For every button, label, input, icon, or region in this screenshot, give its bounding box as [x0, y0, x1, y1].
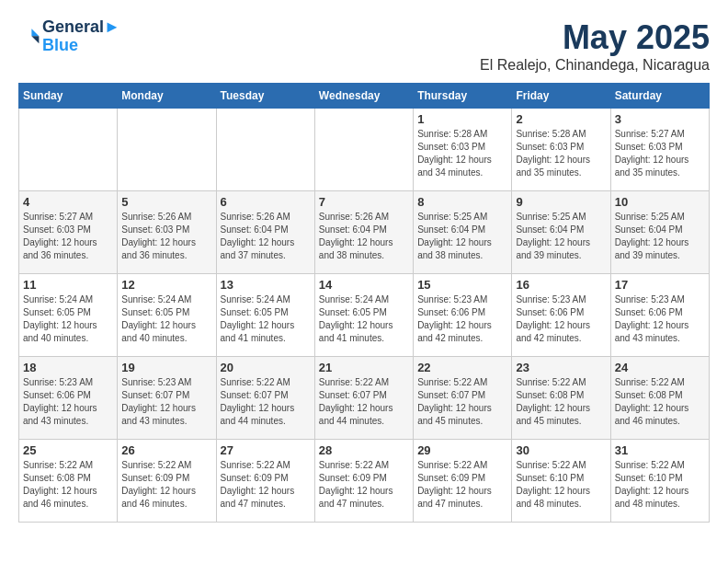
day-info: Sunrise: 5:22 AM Sunset: 6:07 PM Dayligh…	[221, 376, 311, 428]
day-info: Sunrise: 5:22 AM Sunset: 6:08 PM Dayligh…	[516, 376, 606, 428]
day-cell: 1Sunrise: 5:28 AM Sunset: 6:03 PM Daylig…	[414, 109, 512, 191]
day-info: Sunrise: 5:22 AM Sunset: 6:10 PM Dayligh…	[516, 459, 606, 511]
day-info: Sunrise: 5:28 AM Sunset: 6:03 PM Dayligh…	[417, 128, 507, 179]
day-cell: 22Sunrise: 5:22 AM Sunset: 6:07 PM Dayli…	[414, 357, 512, 440]
day-info: Sunrise: 5:22 AM Sunset: 6:09 PM Dayligh…	[121, 459, 211, 511]
day-number: 6	[221, 195, 311, 209]
day-number: 22	[417, 361, 507, 374]
day-cell: 5Sunrise: 5:26 AM Sunset: 6:03 PM Daylig…	[118, 191, 216, 274]
day-cell: 3Sunrise: 5:27 AM Sunset: 6:03 PM Daylig…	[610, 109, 709, 191]
day-number: 26	[121, 443, 211, 457]
day-info: Sunrise: 5:26 AM Sunset: 6:04 PM Dayligh…	[221, 211, 311, 262]
day-number: 21	[319, 361, 409, 374]
day-info: Sunrise: 5:23 AM Sunset: 6:06 PM Dayligh…	[23, 376, 113, 428]
logo: General► Blue	[18, 18, 120, 55]
week-row-3: 11Sunrise: 5:24 AM Sunset: 6:05 PM Dayli…	[19, 274, 710, 357]
day-cell: 14Sunrise: 5:24 AM Sunset: 6:05 PM Dayli…	[314, 274, 413, 357]
logo-icon	[18, 26, 40, 48]
day-number: 24	[615, 361, 705, 374]
day-number: 13	[221, 278, 311, 292]
day-cell: 30Sunrise: 5:22 AM Sunset: 6:10 PM Dayli…	[512, 440, 610, 523]
header: General► Blue May 2025 El Realejo, China…	[18, 18, 710, 74]
header-cell-wednesday: Wednesday	[314, 84, 413, 109]
header-cell-tuesday: Tuesday	[216, 84, 314, 109]
week-row-1: 1Sunrise: 5:28 AM Sunset: 6:03 PM Daylig…	[19, 109, 710, 191]
day-info: Sunrise: 5:24 AM Sunset: 6:05 PM Dayligh…	[121, 293, 211, 345]
header-cell-monday: Monday	[118, 84, 216, 109]
logo-text: General► Blue	[42, 18, 120, 55]
day-number: 7	[319, 195, 409, 209]
svg-marker-1	[31, 36, 39, 43]
day-info: Sunrise: 5:22 AM Sunset: 6:09 PM Dayligh…	[319, 459, 409, 511]
day-cell: 28Sunrise: 5:22 AM Sunset: 6:09 PM Dayli…	[314, 440, 413, 523]
header-cell-thursday: Thursday	[414, 84, 512, 109]
day-info: Sunrise: 5:28 AM Sunset: 6:03 PM Dayligh…	[516, 128, 606, 179]
day-info: Sunrise: 5:25 AM Sunset: 6:04 PM Dayligh…	[615, 211, 705, 262]
day-info: Sunrise: 5:24 AM Sunset: 6:05 PM Dayligh…	[319, 293, 409, 345]
day-number: 17	[615, 278, 705, 292]
day-cell	[314, 109, 413, 191]
day-cell: 24Sunrise: 5:22 AM Sunset: 6:08 PM Dayli…	[610, 357, 709, 440]
day-number: 23	[516, 361, 606, 374]
day-cell: 11Sunrise: 5:24 AM Sunset: 6:05 PM Dayli…	[19, 274, 118, 357]
day-number: 4	[23, 195, 113, 209]
day-info: Sunrise: 5:23 AM Sunset: 6:06 PM Dayligh…	[417, 293, 507, 345]
header-cell-sunday: Sunday	[19, 84, 118, 109]
day-info: Sunrise: 5:24 AM Sunset: 6:05 PM Dayligh…	[23, 293, 113, 345]
day-cell: 9Sunrise: 5:25 AM Sunset: 6:04 PM Daylig…	[512, 191, 610, 274]
calendar-header: SundayMondayTuesdayWednesdayThursdayFrid…	[19, 84, 710, 109]
day-info: Sunrise: 5:25 AM Sunset: 6:04 PM Dayligh…	[417, 211, 507, 262]
day-cell: 13Sunrise: 5:24 AM Sunset: 6:05 PM Dayli…	[216, 274, 314, 357]
calendar-subtitle: El Realejo, Chinandega, Nicaragua	[480, 57, 710, 74]
day-cell: 10Sunrise: 5:25 AM Sunset: 6:04 PM Dayli…	[610, 191, 709, 274]
day-cell: 16Sunrise: 5:23 AM Sunset: 6:06 PM Dayli…	[512, 274, 610, 357]
day-info: Sunrise: 5:22 AM Sunset: 6:08 PM Dayligh…	[23, 459, 113, 511]
day-number: 30	[516, 443, 606, 457]
day-info: Sunrise: 5:24 AM Sunset: 6:05 PM Dayligh…	[221, 293, 311, 345]
day-number: 11	[23, 278, 113, 292]
day-cell: 17Sunrise: 5:23 AM Sunset: 6:06 PM Dayli…	[610, 274, 709, 357]
day-number: 28	[319, 443, 409, 457]
day-number: 9	[516, 195, 606, 209]
day-cell: 2Sunrise: 5:28 AM Sunset: 6:03 PM Daylig…	[512, 109, 610, 191]
day-info: Sunrise: 5:27 AM Sunset: 6:03 PM Dayligh…	[23, 211, 113, 262]
day-cell: 19Sunrise: 5:23 AM Sunset: 6:07 PM Dayli…	[118, 357, 216, 440]
day-number: 14	[319, 278, 409, 292]
day-info: Sunrise: 5:22 AM Sunset: 6:08 PM Dayligh…	[615, 376, 705, 428]
day-cell	[19, 109, 118, 191]
day-cell: 25Sunrise: 5:22 AM Sunset: 6:08 PM Dayli…	[19, 440, 118, 523]
day-number: 2	[516, 112, 606, 126]
day-number: 31	[615, 443, 705, 457]
day-cell: 7Sunrise: 5:26 AM Sunset: 6:04 PM Daylig…	[314, 191, 413, 274]
day-number: 15	[417, 278, 507, 292]
header-cell-saturday: Saturday	[610, 84, 709, 109]
day-number: 3	[615, 112, 705, 126]
day-info: Sunrise: 5:22 AM Sunset: 6:10 PM Dayligh…	[615, 459, 705, 511]
day-number: 25	[23, 443, 113, 457]
day-cell: 15Sunrise: 5:23 AM Sunset: 6:06 PM Dayli…	[414, 274, 512, 357]
calendar-title: May 2025	[480, 18, 710, 57]
day-cell: 20Sunrise: 5:22 AM Sunset: 6:07 PM Dayli…	[216, 357, 314, 440]
svg-marker-0	[31, 29, 39, 36]
day-cell	[216, 109, 314, 191]
day-cell: 23Sunrise: 5:22 AM Sunset: 6:08 PM Dayli…	[512, 357, 610, 440]
title-section: May 2025 El Realejo, Chinandega, Nicarag…	[480, 18, 710, 74]
day-number: 1	[417, 112, 507, 126]
day-info: Sunrise: 5:22 AM Sunset: 6:09 PM Dayligh…	[221, 459, 311, 511]
day-cell: 4Sunrise: 5:27 AM Sunset: 6:03 PM Daylig…	[19, 191, 118, 274]
header-cell-friday: Friday	[512, 84, 610, 109]
day-number: 18	[23, 361, 113, 374]
day-number: 10	[615, 195, 705, 209]
calendar-body: 1Sunrise: 5:28 AM Sunset: 6:03 PM Daylig…	[19, 109, 710, 523]
day-info: Sunrise: 5:23 AM Sunset: 6:07 PM Dayligh…	[121, 376, 211, 428]
day-info: Sunrise: 5:25 AM Sunset: 6:04 PM Dayligh…	[516, 211, 606, 262]
day-info: Sunrise: 5:22 AM Sunset: 6:07 PM Dayligh…	[417, 376, 507, 428]
day-info: Sunrise: 5:22 AM Sunset: 6:07 PM Dayligh…	[319, 376, 409, 428]
day-cell: 6Sunrise: 5:26 AM Sunset: 6:04 PM Daylig…	[216, 191, 314, 274]
day-info: Sunrise: 5:22 AM Sunset: 6:09 PM Dayligh…	[417, 459, 507, 511]
day-info: Sunrise: 5:27 AM Sunset: 6:03 PM Dayligh…	[615, 128, 705, 179]
day-number: 8	[417, 195, 507, 209]
week-row-5: 25Sunrise: 5:22 AM Sunset: 6:08 PM Dayli…	[19, 440, 710, 523]
day-cell: 21Sunrise: 5:22 AM Sunset: 6:07 PM Dayli…	[314, 357, 413, 440]
day-cell: 31Sunrise: 5:22 AM Sunset: 6:10 PM Dayli…	[610, 440, 709, 523]
